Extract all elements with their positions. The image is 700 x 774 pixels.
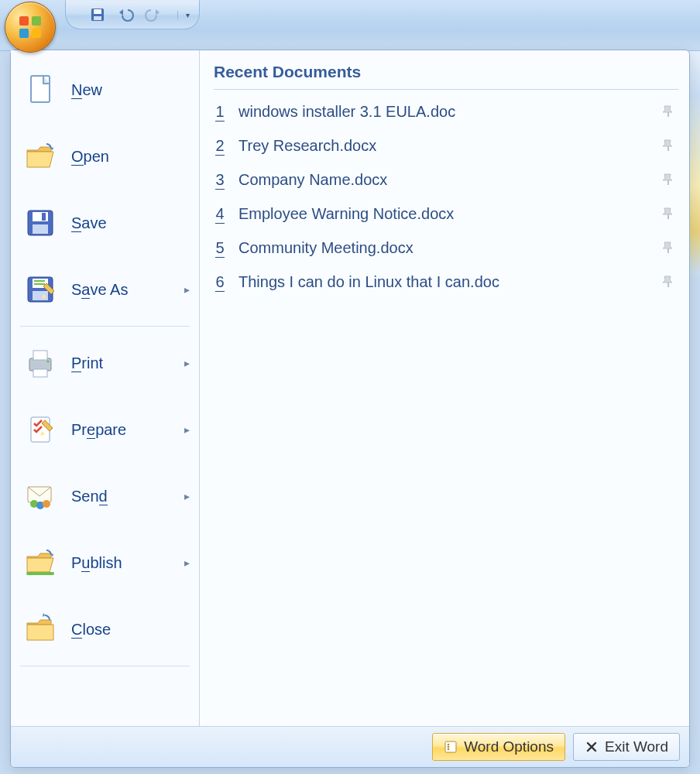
submenu-arrow-icon: ▸ bbox=[180, 490, 190, 502]
menu-item-publish[interactable]: Publish▸ bbox=[12, 529, 197, 596]
svg-rect-2 bbox=[19, 29, 29, 38]
submenu-arrow-icon: ▸ bbox=[180, 357, 190, 369]
office-menu-commands: NewOpenSaveSave As▸Print▸Prepare▸Send▸Pu… bbox=[11, 50, 200, 726]
recent-document-index: 5 bbox=[214, 239, 226, 257]
svg-rect-26 bbox=[26, 572, 54, 575]
pin-icon[interactable] bbox=[660, 272, 678, 291]
recent-document-item[interactable]: 4Employee Warning Notice.docx bbox=[214, 197, 678, 231]
menu-item-print[interactable]: Print▸ bbox=[12, 330, 197, 396]
svg-rect-32 bbox=[667, 283, 669, 287]
svg-rect-3 bbox=[32, 29, 41, 38]
pin-icon[interactable] bbox=[660, 204, 678, 223]
exit-word-button[interactable]: Exit Word bbox=[573, 733, 680, 761]
menu-item-label: Send bbox=[71, 488, 168, 505]
svg-rect-15 bbox=[34, 280, 45, 282]
office-logo-icon bbox=[15, 12, 46, 43]
submenu-arrow-icon: ▸ bbox=[180, 283, 190, 296]
svg-rect-7 bbox=[31, 76, 50, 102]
menu-item-new[interactable]: New bbox=[12, 57, 197, 123]
svg-rect-33 bbox=[445, 741, 456, 752]
recent-document-name: Trey Research.docx bbox=[238, 137, 647, 155]
svg-point-25 bbox=[43, 500, 50, 508]
pin-icon[interactable] bbox=[660, 170, 678, 189]
recent-document-index: 2 bbox=[214, 137, 226, 155]
recent-document-index: 1 bbox=[214, 103, 226, 121]
save-as-icon bbox=[22, 271, 59, 308]
svg-rect-18 bbox=[33, 351, 47, 360]
save-icon bbox=[90, 7, 105, 22]
qat-redo-button[interactable] bbox=[145, 6, 162, 23]
svg-rect-5 bbox=[94, 9, 101, 14]
prepare-icon bbox=[22, 411, 59, 448]
svg-rect-0 bbox=[19, 16, 29, 26]
svg-rect-29 bbox=[667, 180, 669, 185]
word-options-label: Word Options bbox=[464, 738, 554, 755]
svg-point-36 bbox=[448, 748, 450, 751]
svg-point-20 bbox=[47, 361, 50, 363]
recent-document-index: 3 bbox=[214, 171, 226, 189]
redo-icon bbox=[145, 8, 162, 22]
recent-document-item[interactable]: 1windows installer 3.1 EULA.doc bbox=[214, 94, 678, 128]
open-folder-icon bbox=[22, 138, 59, 175]
recent-documents-pane: Recent Documents 1windows installer 3.1 … bbox=[200, 50, 689, 726]
menu-item-label: Print bbox=[71, 354, 168, 372]
printer-icon bbox=[22, 344, 59, 382]
save-floppy-icon bbox=[22, 204, 59, 241]
office-menu-footer: Word Options Exit Word bbox=[11, 727, 689, 767]
qat-undo-button[interactable] bbox=[117, 6, 134, 23]
new-doc-icon bbox=[22, 71, 59, 108]
recent-document-index: 6 bbox=[214, 273, 226, 291]
recent-document-name: Community Meeting.docx bbox=[238, 239, 647, 257]
recent-document-item[interactable]: 5Community Meeting.docx bbox=[214, 231, 678, 265]
submenu-arrow-icon: ▸ bbox=[180, 423, 190, 436]
svg-rect-28 bbox=[667, 146, 669, 151]
menu-item-label: Save bbox=[71, 214, 190, 232]
recent-document-index: 4 bbox=[214, 205, 226, 223]
menu-item-label: Open bbox=[71, 148, 190, 166]
svg-rect-19 bbox=[33, 369, 47, 377]
recent-document-name: Things I can do in Linux that I can.doc bbox=[238, 273, 647, 291]
menu-separator bbox=[20, 326, 190, 327]
menu-item-save[interactable]: Save bbox=[12, 190, 197, 256]
menu-item-send[interactable]: Send▸ bbox=[12, 463, 197, 529]
close-folder-icon bbox=[22, 611, 59, 648]
svg-rect-16 bbox=[34, 283, 45, 285]
menu-item-label: Save As bbox=[71, 281, 168, 299]
recent-document-name: Employee Warning Notice.docx bbox=[238, 205, 647, 223]
quick-access-toolbar: ▾ bbox=[65, 0, 200, 29]
svg-point-35 bbox=[448, 746, 450, 748]
menu-item-label: Prepare bbox=[71, 421, 168, 439]
menu-item-prepare[interactable]: Prepare▸ bbox=[12, 396, 197, 463]
office-button[interactable] bbox=[5, 2, 56, 53]
word-options-button[interactable]: Word Options bbox=[432, 733, 565, 761]
svg-rect-1 bbox=[32, 16, 41, 26]
recent-document-item[interactable]: 3Company Name.docx bbox=[214, 163, 678, 197]
publish-icon bbox=[22, 544, 59, 581]
pin-icon[interactable] bbox=[660, 136, 678, 155]
recent-document-name: Company Name.docx bbox=[238, 171, 647, 189]
menu-item-open[interactable]: Open bbox=[12, 123, 197, 190]
qat-customize-dropdown[interactable]: ▾ bbox=[177, 11, 190, 19]
recent-document-name: windows installer 3.1 EULA.doc bbox=[238, 103, 647, 121]
pin-icon[interactable] bbox=[660, 102, 678, 121]
menu-item-label: Publish bbox=[71, 554, 168, 572]
qat-save-button[interactable] bbox=[89, 6, 106, 23]
menu-item-close[interactable]: Close bbox=[12, 596, 197, 663]
recent-document-item[interactable]: 2Trey Research.docx bbox=[214, 128, 678, 163]
send-icon bbox=[22, 478, 59, 515]
svg-rect-11 bbox=[42, 213, 46, 221]
svg-rect-27 bbox=[667, 112, 669, 117]
undo-icon bbox=[117, 8, 134, 22]
recent-documents-title: Recent Documents bbox=[214, 60, 678, 90]
svg-rect-31 bbox=[667, 248, 669, 253]
close-icon bbox=[585, 740, 599, 754]
pin-icon[interactable] bbox=[660, 238, 678, 257]
svg-rect-10 bbox=[33, 224, 48, 234]
submenu-arrow-icon: ▸ bbox=[180, 557, 190, 569]
menu-separator bbox=[20, 666, 190, 666]
menu-item-save-as[interactable]: Save As▸ bbox=[12, 256, 197, 323]
recent-document-item[interactable]: 6Things I can do in Linux that I can.doc bbox=[214, 265, 678, 299]
options-icon bbox=[444, 740, 458, 754]
svg-rect-6 bbox=[94, 16, 101, 20]
svg-rect-14 bbox=[33, 291, 48, 300]
